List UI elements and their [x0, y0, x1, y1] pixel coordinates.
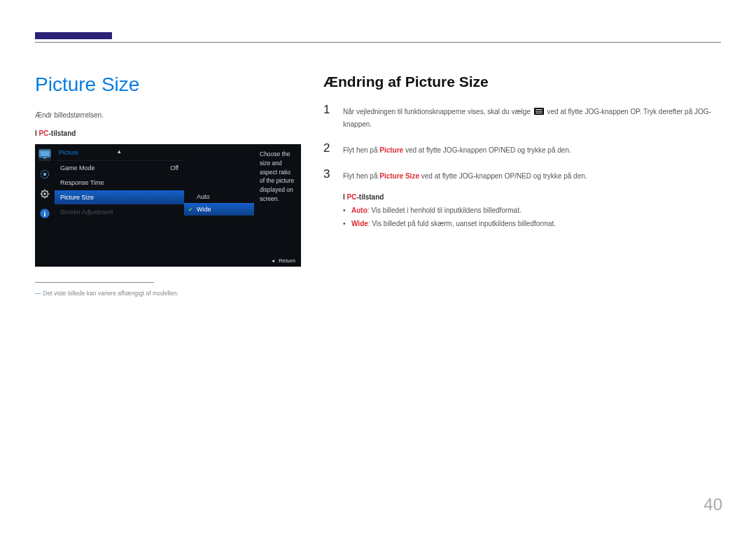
- osd-option: Auto: [184, 190, 254, 203]
- menu-icon: [534, 106, 544, 118]
- svg-point-4: [43, 173, 47, 176]
- step-text: Når vejledningen til funktionsknapperne …: [343, 103, 721, 130]
- section-heading: Ændring af Picture Size: [323, 73, 721, 90]
- footnote-rule: [35, 282, 154, 283]
- pc-mode-label-2: I PC-tilstand: [343, 193, 721, 201]
- svg-rect-10: [536, 109, 542, 110]
- top-tab-marker: [35, 32, 112, 39]
- step-text: Flyt hen på Picture Size ved at flytte J…: [343, 167, 587, 182]
- step-number: 1: [323, 103, 332, 130]
- svg-point-6: [43, 192, 46, 195]
- svg-text:i: i: [44, 210, 46, 218]
- osd-screenshot: i Picture Game ModeOffResponse TimePictu…: [35, 144, 301, 267]
- footnote: ―Det viste billede kan variere afhængigt…: [35, 290, 301, 297]
- monitor-icon: [38, 148, 51, 161]
- svg-rect-12: [536, 113, 542, 113]
- intro-text: Ændr billedstørrelsen.: [35, 110, 301, 121]
- step-item: 1Når vejledningen til funktionsknapperne…: [323, 103, 721, 130]
- chevron-up-icon: ▴: [118, 148, 121, 155]
- color-icon: [38, 168, 51, 181]
- osd-row: Game ModeOff: [55, 161, 184, 176]
- step-number: 2: [323, 141, 332, 156]
- svg-rect-11: [536, 111, 542, 111]
- pc-mode-label: I PC-tilstand: [35, 129, 301, 137]
- osd-row: Screen Adjustment: [55, 205, 184, 220]
- osd-row: Response Time: [55, 176, 184, 190]
- svg-rect-1: [40, 150, 50, 156]
- svg-rect-2: [43, 158, 47, 159]
- top-horizontal-rule: [35, 42, 721, 43]
- osd-description: Choose the size and aspect ratio of the …: [254, 144, 301, 267]
- page-number: 40: [704, 495, 722, 514]
- page-title: Picture Size: [35, 73, 301, 96]
- osd-row: Picture Size: [55, 190, 184, 205]
- step-number: 3: [323, 167, 332, 182]
- step-item: 3Flyt hen på Picture Size ved at flytte …: [323, 167, 721, 182]
- step-item: 2Flyt hen på Picture ved at flytte JOG-k…: [323, 141, 721, 156]
- osd-return-hint: ◂ Return: [272, 258, 295, 264]
- chevron-left-icon: ◂: [272, 258, 274, 264]
- bullet-item: Auto: Vis billedet i henhold til inputki…: [343, 204, 721, 217]
- osd-option: ✔Wide: [184, 203, 254, 216]
- step-text: Flyt hen på Picture ved at flytte JOG-kn…: [343, 141, 571, 156]
- bullet-item: Wide: Vis billedet på fuld skærm, uanset…: [343, 217, 721, 230]
- gear-icon: [38, 188, 51, 200]
- info-icon: i: [38, 207, 51, 220]
